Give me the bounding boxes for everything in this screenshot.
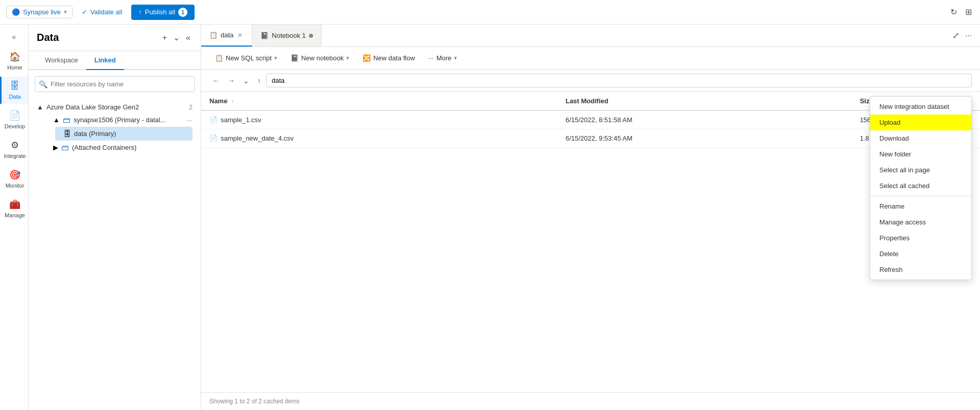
address-bar: ← → ⌄ ↑: [201, 70, 980, 92]
publish-icon: ↑: [138, 8, 142, 16]
context-menu-item-select-all-page[interactable]: Select all in page: [870, 162, 971, 178]
notebook1-tab-label: Notebook 1: [272, 32, 306, 39]
publish-badge: 1: [178, 8, 187, 17]
data-icon: 🗄: [10, 81, 19, 92]
table-row[interactable]: 📄 sample_1.csv 6/15/2022, 8:51:58 AM 156…: [201, 110, 980, 129]
address-input[interactable]: [266, 74, 972, 87]
sidebar-collapse-button[interactable]: «: [8, 29, 20, 45]
notebook-dropdown-icon: ▾: [346, 55, 349, 61]
left-panel-header: Data + ⌄ «: [29, 25, 201, 51]
sidebar-item-develop[interactable]: 📄 Develop: [0, 106, 28, 133]
top-bar: 🔵 Synapse live ▾ ✓ Validate all ↑ Publis…: [0, 0, 980, 25]
tab-workspace[interactable]: Workspace: [37, 51, 86, 70]
notebook-icon: 📓: [291, 54, 299, 62]
tab-bar: Workspace Linked: [29, 51, 201, 70]
tree-item-synapse1506[interactable]: ▲ 🗃 synapse1506 (Primary - datal... ···: [45, 113, 193, 127]
collapse-panel-button[interactable]: ⌄: [171, 31, 182, 44]
tree-item-data-primary[interactable]: 🗄 data (Primary): [55, 127, 193, 141]
left-panel: Data + ⌄ « Workspace Linked 🔍 ▲ Azure Da…: [29, 25, 201, 410]
sql-dropdown-icon: ▾: [274, 55, 277, 61]
data-tab-icon: 📋: [209, 31, 218, 39]
context-menu-item-upload[interactable]: Upload: [870, 115, 971, 130]
context-menu: New integration dataset Upload Download …: [870, 96, 972, 280]
context-menu-item-select-all-cached[interactable]: Select all cached: [870, 178, 971, 194]
column-header-name[interactable]: Name ↑: [201, 92, 557, 110]
more-dropdown-icon: ▾: [454, 55, 457, 61]
context-menu-item-refresh[interactable]: Refresh: [870, 262, 971, 278]
tree-item-synapse: ▲ 🗃 synapse1506 (Primary - datal... ··· …: [37, 113, 193, 141]
content-tab-bar: 📋 data ✕ 📓 Notebook 1 ⤢ ···: [201, 25, 980, 47]
file-modified-cell: 6/15/2022, 8:51:58 AM: [557, 110, 851, 129]
search-icon: 🔍: [39, 80, 47, 88]
tab-notebook1-content[interactable]: 📓 Notebook 1: [252, 25, 322, 47]
attached-containers-label: (Attached Containers): [72, 144, 136, 151]
publish-all-button[interactable]: ↑ Publish all 1: [131, 5, 195, 20]
tree-expand-icon: ▲: [53, 116, 60, 124]
context-menu-item-rename[interactable]: Rename: [870, 198, 971, 214]
new-dataflow-button[interactable]: 🔀 New data flow: [357, 51, 421, 65]
search-input[interactable]: [35, 76, 195, 92]
context-menu-item-new-folder[interactable]: New folder: [870, 146, 971, 162]
validate-all-button[interactable]: ✓ Validate all: [77, 6, 128, 18]
sidebar-nav: « 🏠 Home 🗄 Data 📄 Develop ⚙ Integrate 🎯 …: [0, 25, 29, 410]
tree-collapse-icon: ▲: [37, 103, 43, 111]
tree-item-attached-containers[interactable]: ▶ 🗃 (Attached Containers): [45, 141, 193, 154]
synapse-live-label: Synapse live: [23, 8, 61, 16]
tab-data-content[interactable]: 📋 data ✕: [201, 25, 252, 47]
context-menu-item-download[interactable]: Download: [870, 130, 971, 146]
new-notebook-button[interactable]: 📓 New notebook ▾: [285, 51, 355, 65]
down-button[interactable]: ⌄: [240, 75, 252, 86]
back-button[interactable]: ←: [209, 75, 223, 86]
more-content-button[interactable]: ···: [963, 29, 974, 42]
tree-section: ▲ Azure Data Lake Storage Gen2 2 ▲ 🗃 syn…: [29, 98, 201, 410]
sort-icon: ↑: [231, 99, 234, 104]
tab-linked[interactable]: Linked: [86, 51, 124, 70]
file-name-cell: 📄 sample_1.csv: [201, 110, 557, 129]
file-modified-cell: 6/15/2022, 9:53:45 AM: [557, 129, 851, 148]
sidebar-item-manage[interactable]: 🧰 Manage: [0, 195, 28, 222]
layout-icon-button[interactable]: ⊞: [963, 5, 974, 19]
add-resource-button[interactable]: +: [160, 31, 169, 44]
left-panel-title: Data: [37, 32, 156, 43]
sidebar-item-integrate[interactable]: ⚙ Integrate: [0, 135, 28, 163]
forward-button[interactable]: →: [225, 75, 238, 86]
new-sql-script-button[interactable]: 📋 New SQL script ▾: [209, 51, 283, 65]
file-icon: 📄: [209, 134, 218, 142]
context-menu-item-manage-access[interactable]: Manage access: [870, 214, 971, 230]
data-folder-icon: 🗄: [63, 129, 71, 138]
monitor-icon: 🎯: [9, 169, 20, 180]
file-icon: 📄: [209, 116, 218, 124]
context-menu-separator: [870, 196, 971, 196]
tree-group-header[interactable]: ▲ Azure Data Lake Storage Gen2 2: [37, 101, 193, 113]
tree-group-label: Azure Data Lake Storage Gen2: [46, 103, 186, 111]
sidebar-item-monitor[interactable]: 🎯 Monitor: [0, 165, 28, 193]
refresh-icon-button[interactable]: ↻: [948, 5, 959, 19]
synapse-live-icon: 🔵: [12, 8, 20, 16]
context-menu-item-delete[interactable]: Delete: [870, 246, 971, 262]
chevron-down-icon: ▾: [64, 9, 67, 15]
attached-icon: 🗃: [61, 143, 69, 152]
synapse-live-button[interactable]: 🔵 Synapse live ▾: [6, 6, 73, 18]
sidebar-item-home[interactable]: 🏠 Home: [0, 47, 28, 75]
column-header-modified[interactable]: Last Modified: [557, 92, 851, 110]
top-bar-right: ↻ ⊞: [948, 5, 974, 19]
table-row[interactable]: 📄 sample_new_date_4.csv 6/15/2022, 9:53:…: [201, 129, 980, 148]
context-menu-item-properties[interactable]: Properties: [870, 230, 971, 246]
expand-content-button[interactable]: ⤢: [950, 29, 961, 42]
content-toolbar: 📋 New SQL script ▾ 📓 New notebook ▾ 🔀 Ne…: [201, 47, 980, 70]
collapse-panel2-button[interactable]: «: [184, 31, 193, 44]
context-menu-item-new-integration-dataset[interactable]: New integration dataset: [870, 99, 971, 115]
file-list-container: Name ↑ Last Modified Size: [201, 92, 980, 392]
data-tab-close[interactable]: ✕: [236, 31, 244, 40]
tree-expand-icon2: ▶: [53, 144, 58, 151]
sidebar-item-data[interactable]: 🗄 Data: [0, 77, 28, 104]
develop-icon: 📄: [9, 110, 20, 121]
manage-icon: 🧰: [9, 199, 20, 210]
synapse-storage-icon: 🗃: [63, 116, 70, 124]
synapse1506-label: synapse1506 (Primary - datal...: [74, 116, 166, 124]
synapse1506-more-button[interactable]: ···: [186, 116, 193, 124]
validate-icon: ✓: [82, 8, 87, 16]
more-toolbar-button[interactable]: ··· More ▾: [423, 51, 463, 65]
up-button[interactable]: ↑: [254, 75, 264, 86]
notebook-unsaved-dot: [309, 34, 313, 38]
